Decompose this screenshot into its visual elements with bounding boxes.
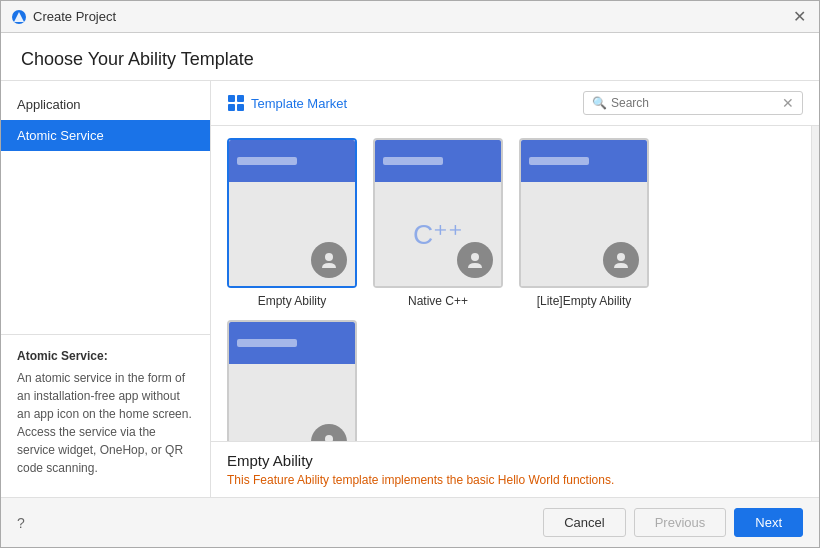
phone-avatar-lite	[603, 242, 639, 278]
template-image-empty-ability-2	[227, 320, 357, 441]
templates-row-2: Empty Ability	[227, 320, 795, 441]
phone-header-cpp	[375, 140, 501, 182]
phone-header-bar-cpp	[383, 157, 443, 165]
main-content: Template Market 🔍 ✕	[211, 81, 819, 497]
svg-point-7	[471, 253, 479, 261]
template-market-text: Template Market	[251, 96, 347, 111]
selected-template-info: Empty Ability This Feature Ability templ…	[211, 441, 819, 497]
phone-body-lite	[521, 182, 647, 286]
dialog-body: Application Atomic Service Atomic Servic…	[1, 81, 819, 497]
title-bar-left: Create Project	[11, 9, 116, 25]
phone-header-lite	[521, 140, 647, 182]
close-button[interactable]: ✕	[789, 7, 809, 27]
template-market-icon	[227, 94, 245, 112]
selected-template-description: This Feature Ability template implements…	[227, 473, 803, 487]
description-text: An atomic service in the form of an inst…	[17, 369, 194, 477]
sidebar-item-application[interactable]: Application	[1, 89, 210, 120]
svg-rect-2	[228, 95, 235, 102]
phone-body-2	[229, 364, 355, 441]
template-card-lite-empty[interactable]: [Lite]Empty Ability	[519, 138, 649, 308]
scrollbar-track[interactable]	[811, 126, 819, 441]
template-card-empty-ability[interactable]: Empty Ability	[227, 138, 357, 308]
dialog-header: Choose Your Ability Template	[1, 33, 819, 81]
sidebar-item-atomic-service[interactable]: Atomic Service	[1, 120, 210, 151]
svg-rect-4	[228, 104, 235, 111]
app-icon	[11, 9, 27, 25]
svg-point-9	[325, 435, 333, 441]
phone-body	[229, 182, 355, 286]
cpp-icon: C⁺⁺	[413, 218, 463, 251]
cancel-button[interactable]: Cancel	[543, 508, 625, 537]
phone-avatar	[311, 242, 347, 278]
templates-grid: Empty Ability C⁺⁺	[211, 126, 811, 441]
description-title: Atomic Service:	[17, 347, 194, 365]
svg-rect-3	[237, 95, 244, 102]
template-label-lite-empty: [Lite]Empty Ability	[537, 294, 632, 308]
svg-point-6	[325, 253, 333, 261]
next-button[interactable]: Next	[734, 508, 803, 537]
phone-header-2	[229, 322, 355, 364]
previous-button[interactable]: Previous	[634, 508, 727, 537]
template-image-empty-ability	[227, 138, 357, 288]
phone-header-bar-2	[237, 339, 297, 347]
page-title: Choose Your Ability Template	[21, 49, 254, 69]
phone-header	[229, 140, 355, 182]
svg-rect-5	[237, 104, 244, 111]
phone-avatar-cpp	[457, 242, 493, 278]
template-image-lite-empty	[519, 138, 649, 288]
phone-header-bar	[237, 157, 297, 165]
dialog-title-bar: Create Project	[33, 9, 116, 24]
title-bar: Create Project ✕	[1, 1, 819, 33]
template-card-empty-ability-2[interactable]: Empty Ability	[227, 320, 357, 441]
phone-body-cpp: C⁺⁺	[375, 182, 501, 286]
template-label-empty-ability: Empty Ability	[258, 294, 327, 308]
dialog-footer: ? Cancel Previous Next	[1, 497, 819, 547]
template-market-label: Template Market	[227, 94, 347, 112]
search-clear-button[interactable]: ✕	[782, 95, 794, 111]
template-label-native-cpp: Native C++	[408, 294, 468, 308]
footer-buttons: Cancel Previous Next	[543, 508, 803, 537]
templates-row-1: Empty Ability C⁺⁺	[227, 138, 795, 308]
phone-avatar-2	[311, 424, 347, 441]
search-box: 🔍 ✕	[583, 91, 803, 115]
svg-point-8	[617, 253, 625, 261]
main-toolbar: Template Market 🔍 ✕	[211, 81, 819, 126]
sidebar-description: Atomic Service: An atomic service in the…	[1, 334, 210, 489]
search-icon: 🔍	[592, 96, 607, 110]
create-project-dialog: Create Project ✕ Choose Your Ability Tem…	[0, 0, 820, 548]
template-image-native-cpp: C⁺⁺	[373, 138, 503, 288]
templates-scroll-area: Empty Ability C⁺⁺	[211, 126, 819, 441]
selected-template-name: Empty Ability	[227, 452, 803, 469]
sidebar: Application Atomic Service Atomic Servic…	[1, 81, 211, 497]
search-input[interactable]	[611, 96, 778, 110]
help-button[interactable]: ?	[17, 515, 25, 531]
phone-header-bar-lite	[529, 157, 589, 165]
template-card-native-cpp[interactable]: C⁺⁺	[373, 138, 503, 308]
